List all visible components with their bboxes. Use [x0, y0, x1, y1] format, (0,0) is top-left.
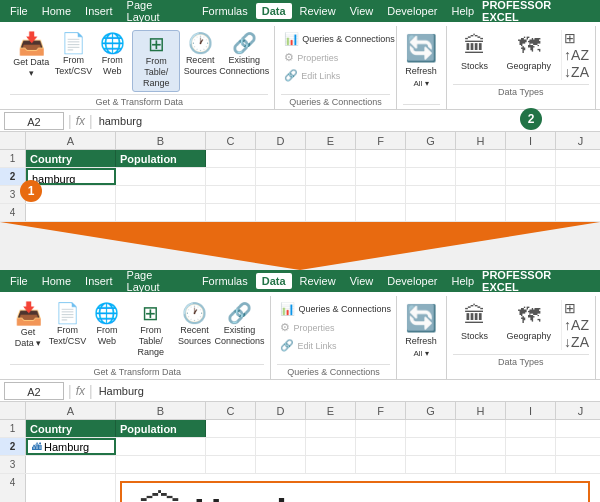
menu-developer[interactable]: Developer	[381, 3, 443, 19]
menu-insert[interactable]: Insert	[79, 3, 119, 19]
b-cell-a4[interactable]	[26, 474, 116, 502]
b-geography-button[interactable]: 🗺 Geography	[501, 300, 558, 350]
sort-az-button[interactable]: ↑AZ	[564, 47, 589, 63]
cell-e3-top[interactable]	[306, 186, 356, 203]
cell-e1-top[interactable]	[306, 150, 356, 167]
b-edit-links-button[interactable]: 🔗 Edit Links	[277, 337, 389, 354]
name-box-top[interactable]: A2	[4, 112, 64, 130]
recent-sources-button[interactable]: 🕐 RecentSources	[182, 30, 218, 80]
b-cell-a3[interactable]	[26, 456, 116, 473]
cell-d3-top[interactable]	[256, 186, 306, 203]
b-cell-f3[interactable]	[356, 456, 406, 473]
b-menu-review[interactable]: Review	[294, 273, 342, 289]
name-box-bottom[interactable]: A2	[4, 382, 64, 400]
b-cell-e3[interactable]	[306, 456, 356, 473]
b-cell-g2[interactable]	[406, 438, 456, 455]
formula-input-bottom[interactable]	[97, 382, 596, 400]
b-menu-page-layout[interactable]: Page Layout	[121, 267, 194, 295]
b-cell-i1[interactable]	[506, 420, 556, 437]
existing-connections-button[interactable]: 🔗 ExistingConnections	[220, 30, 268, 80]
menu-data[interactable]: Data	[256, 3, 292, 19]
b-sort-az[interactable]: ↑AZ	[564, 317, 589, 333]
cell-c3-top[interactable]	[206, 186, 256, 203]
b-menu-data[interactable]: Data	[256, 273, 292, 289]
b-stocks-button[interactable]: 🏛 Stocks	[453, 300, 497, 350]
b-cell-i2[interactable]	[506, 438, 556, 455]
b-cell-e2[interactable]	[306, 438, 356, 455]
cell-f4-top[interactable]	[356, 204, 406, 221]
geography-button[interactable]: 🗺 Geography	[501, 30, 558, 80]
cell-b2-top[interactable]	[116, 168, 206, 185]
stocks-button[interactable]: 🏛 Stocks	[453, 30, 497, 80]
menu-formulas[interactable]: Formulas	[196, 3, 254, 19]
menu-home[interactable]: Home	[36, 3, 77, 19]
b-existing-conn-button[interactable]: 🔗 ExistingConnections	[215, 300, 265, 350]
cell-f3-top[interactable]	[356, 186, 406, 203]
from-text-csv-button[interactable]: 📄 FromText/CSV	[55, 30, 93, 80]
edit-links-button[interactable]: 🔗 Edit Links	[281, 67, 389, 84]
cell-g2-top[interactable]	[406, 168, 456, 185]
cell-g4-top[interactable]	[406, 204, 456, 221]
sort-dropdown-1[interactable]: ⊞	[564, 30, 589, 46]
b-from-web-button[interactable]: 🌐 FromWeb	[89, 300, 125, 350]
b-menu-file[interactable]: File	[4, 273, 34, 289]
cell-g1-top[interactable]	[406, 150, 456, 167]
cell-i3-top[interactable]	[506, 186, 556, 203]
cell-h4-top[interactable]	[456, 204, 506, 221]
cell-c2-top[interactable]	[206, 168, 256, 185]
b-cell-b2[interactable]	[116, 438, 206, 455]
cell-b4-top[interactable]	[116, 204, 206, 221]
cell-a2-top[interactable]: hamburg	[26, 168, 116, 185]
b-sort-dropdown[interactable]: ⊞	[564, 300, 589, 316]
b-cell-c2[interactable]	[206, 438, 256, 455]
cell-a1-top[interactable]: Country	[26, 150, 116, 167]
b-refresh-all-button[interactable]: 🔄 Refresh All ▾	[403, 300, 440, 362]
menu-file[interactable]: File	[4, 3, 34, 19]
b-menu-view[interactable]: View	[344, 273, 380, 289]
cell-e2-top[interactable]	[306, 168, 356, 185]
b-cell-f2[interactable]	[356, 438, 406, 455]
properties-button[interactable]: ⚙ Properties	[281, 49, 389, 66]
menu-view[interactable]: View	[344, 3, 380, 19]
cell-h2-top[interactable]	[456, 168, 506, 185]
b-cell-g3[interactable]	[406, 456, 456, 473]
cell-i2-top[interactable]	[506, 168, 556, 185]
sort-za-button[interactable]: ↓ZA	[564, 64, 589, 80]
b-cell-c3[interactable]	[206, 456, 256, 473]
b-menu-help[interactable]: Help	[445, 273, 480, 289]
cell-d2-top[interactable]	[256, 168, 306, 185]
b-cell-a2[interactable]: 🏙 Hamburg	[26, 438, 116, 455]
cell-h1-top[interactable]	[456, 150, 506, 167]
b-cell-d2[interactable]	[256, 438, 306, 455]
queries-connections-button[interactable]: 📊 Queries & Connections	[281, 30, 389, 48]
cell-f1-top[interactable]	[356, 150, 406, 167]
b-sort-za[interactable]: ↓ZA	[564, 334, 589, 350]
menu-review[interactable]: Review	[294, 3, 342, 19]
b-menu-home[interactable]: Home	[36, 273, 77, 289]
b-cell-h2[interactable]	[456, 438, 506, 455]
cell-c4-top[interactable]	[206, 204, 256, 221]
cell-d1-top[interactable]	[256, 150, 306, 167]
cell-i4-top[interactable]	[506, 204, 556, 221]
b-cell-b3[interactable]	[116, 456, 206, 473]
menu-help[interactable]: Help	[445, 3, 480, 19]
b-cell-h1[interactable]	[456, 420, 506, 437]
from-table-range-button[interactable]: ⊞ From Table/Range	[132, 30, 180, 92]
b-cell-c1[interactable]	[206, 420, 256, 437]
refresh-all-button[interactable]: 🔄 Refresh All ▾	[403, 30, 440, 92]
cell-b3-top[interactable]	[116, 186, 206, 203]
b-from-text-button[interactable]: 📄 FromText/CSV	[48, 300, 87, 350]
b-properties-button[interactable]: ⚙ Properties	[277, 319, 389, 336]
cell-e4-top[interactable]	[306, 204, 356, 221]
cell-i1-top[interactable]	[506, 150, 556, 167]
b-queries-button[interactable]: 📊 Queries & Connections	[277, 300, 389, 318]
cell-g3-top[interactable]	[406, 186, 456, 203]
b-cell-e1[interactable]	[306, 420, 356, 437]
b-menu-formulas[interactable]: Formulas	[196, 273, 254, 289]
cell-d4-top[interactable]	[256, 204, 306, 221]
cell-c1-top[interactable]	[206, 150, 256, 167]
b-cell-g1[interactable]	[406, 420, 456, 437]
from-web-button[interactable]: 🌐 FromWeb	[94, 30, 130, 80]
b-cell-b1[interactable]: Population	[116, 420, 206, 437]
b-menu-developer[interactable]: Developer	[381, 273, 443, 289]
